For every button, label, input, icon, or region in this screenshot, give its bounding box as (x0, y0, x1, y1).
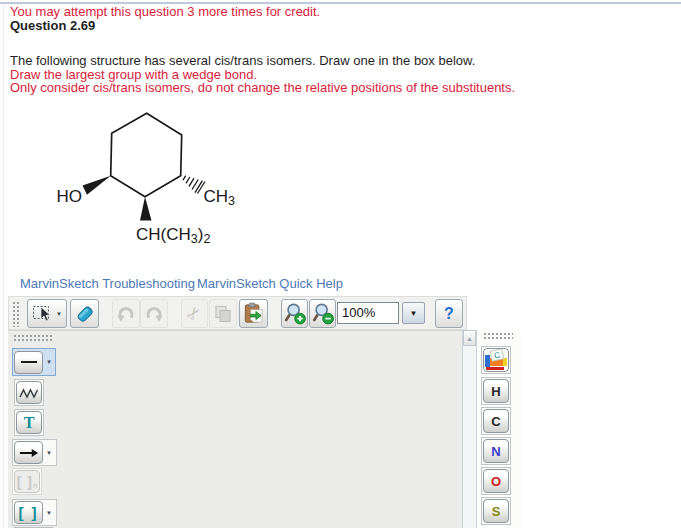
scroll-up-icon: ▲ (466, 335, 473, 342)
text-tool-icon: T (24, 414, 35, 432)
chain-tool-button[interactable] (14, 379, 44, 406)
hash-bond-ch3 (183, 176, 205, 194)
element-c-label: C (491, 414, 500, 429)
link-troubleshooting[interactable]: MarvinSketch Troubleshooting (20, 276, 195, 291)
arrow-tool-button[interactable]: ▼ (12, 439, 57, 466)
question-page: You may attempt this question 3 more tim… (0, 0, 681, 528)
chain-icon (19, 387, 39, 399)
eraser-button[interactable] (70, 299, 99, 328)
zoom-in-icon (283, 302, 307, 326)
zoom-out-icon (311, 302, 335, 326)
wedge-bond-isopropyl (140, 197, 152, 221)
text-tool-button[interactable]: T (14, 409, 44, 436)
redo-button[interactable] (140, 299, 168, 328)
scroll-up-button[interactable]: ▲ (463, 330, 476, 346)
zoom-dropdown-icon: ▼ (410, 309, 418, 318)
copy-button[interactable] (209, 299, 237, 328)
element-button-n[interactable]: N (481, 437, 511, 465)
drawing-canvas[interactable]: ▼ T ▼ (8, 330, 462, 528)
paste-icon (242, 302, 265, 325)
element-button-h[interactable]: H (481, 377, 511, 405)
bond-dropdown-icon[interactable]: ▼ (46, 359, 52, 365)
selection-tool-button[interactable]: ▼ (27, 299, 67, 328)
element-o-label: O (491, 474, 501, 489)
isopropyl-label: CH(CH3)2 (136, 225, 210, 247)
cut-button[interactable]: ✂ (181, 299, 208, 328)
bracket-tool-button[interactable]: [ ] ▼ (12, 499, 57, 526)
selection-dropdown-icon[interactable]: ▼ (56, 311, 62, 317)
wedge-bond-oh (83, 176, 111, 195)
eraser-icon (74, 303, 96, 325)
group-tool-button[interactable]: [ ]n (12, 468, 42, 495)
help-icon: ? (444, 305, 454, 323)
redo-icon (143, 303, 165, 325)
ho-label: HO (57, 187, 83, 206)
zoom-in-button[interactable] (281, 299, 308, 328)
element-n-label: N (491, 444, 500, 459)
zoom-out-button[interactable] (309, 299, 336, 328)
group-brackets-icon: [ ] (17, 474, 33, 490)
element-button-s[interactable]: S (481, 497, 511, 525)
copy-icon (213, 304, 233, 324)
toolbar-drag-handle[interactable] (12, 301, 21, 327)
undo-icon (115, 303, 137, 325)
element-h-label: H (491, 384, 500, 399)
zoom-level-input[interactable]: 100% (337, 302, 399, 324)
single-bond-icon (21, 361, 37, 363)
periodic-table-button[interactable]: C (481, 346, 511, 374)
left-palette-drag-handle[interactable] (13, 334, 53, 342)
reaction-arrow-icon (19, 447, 39, 459)
selection-marquee-icon (32, 303, 56, 325)
help-button[interactable]: ? (435, 299, 463, 328)
left-border (3, 4, 4, 528)
bracket-dropdown-icon[interactable]: ▼ (46, 510, 52, 516)
canvas-vertical-scrollbar[interactable]: ▲ (462, 330, 477, 528)
atom-palette: C H C N O S (477, 330, 521, 528)
link-quick-help[interactable]: MarvinSketch Quick Help (197, 276, 343, 291)
zoom-dropdown-button[interactable]: ▼ (402, 302, 425, 324)
structure-image: HO CH3 CH(CH3)2 (40, 100, 252, 250)
marvinsketch-toolbar: ▼ ✂ (8, 296, 467, 330)
ch3-label: CH3 (204, 187, 236, 209)
arrow-dropdown-icon[interactable]: ▼ (46, 450, 52, 456)
element-button-o[interactable]: O (481, 467, 511, 495)
cyclohexane-ring (111, 113, 182, 196)
instruction-text: The following structure has several cis/… (10, 54, 475, 67)
element-button-c[interactable]: C (481, 407, 511, 435)
paste-button[interactable] (239, 299, 268, 328)
group-sub-n: n (33, 481, 37, 490)
scissors-icon: ✂ (182, 302, 207, 326)
periodic-table-icon: C (484, 349, 508, 371)
question-title: Question 2.69 (10, 19, 95, 32)
bracket-tool-icon: [ ] (18, 504, 38, 521)
attempt-notice: You may attempt this question 3 more tim… (10, 5, 320, 18)
hint-cis-trans: Only consider cis/trans isomers, do not … (10, 81, 515, 94)
element-s-label: S (492, 504, 501, 519)
undo-button[interactable] (112, 299, 140, 328)
right-palette-drag-handle[interactable] (483, 332, 513, 340)
bond-tool-button[interactable]: ▼ (12, 348, 56, 376)
